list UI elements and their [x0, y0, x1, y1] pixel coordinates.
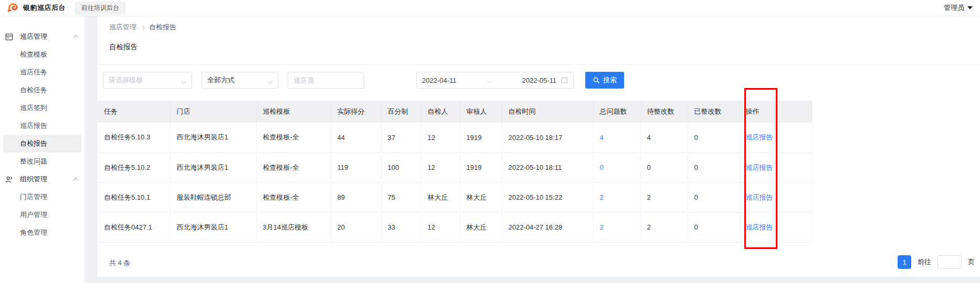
col-task: 任务	[98, 101, 170, 123]
sidebar-item-role-mgmt[interactable]: 角色管理	[0, 224, 85, 242]
cell-task: 自检任务5.10.1	[98, 182, 170, 212]
cell-time: 2022-05-10 15:22	[502, 182, 593, 212]
goto-label: 前往	[918, 257, 931, 267]
total-count: 共 4 条	[109, 258, 130, 268]
col-fixed: 已整改数	[688, 101, 739, 123]
date-range-picker[interactable]: 2022-04-11 → 2022-05-11	[416, 72, 574, 89]
cell-score: 119	[331, 153, 381, 182]
cell-checker: 12	[421, 153, 460, 182]
template-select[interactable]: 请选择模板	[103, 72, 192, 89]
cell-task: 自检任务0427.1	[98, 212, 170, 242]
sidebar-item-patrol-signin[interactable]: 巡店签到	[0, 99, 85, 117]
user-menu[interactable]: 管理员	[944, 3, 973, 13]
cell-fixed: 0	[688, 153, 739, 182]
sidebar-item-patrol-task[interactable]: 巡店任务	[0, 63, 85, 81]
cell-pending: 0	[640, 153, 688, 182]
page-unit-label: 页	[968, 257, 975, 267]
go-training-button[interactable]: 前往培训后台	[75, 2, 125, 15]
inspector-field-box	[288, 72, 364, 89]
mode-select-value: 全部方式	[207, 75, 235, 85]
app-screen: 银豹巡店后台 前往培训后台 管理员 巡店管理 检查模板 巡店任务 自检任务 巡店…	[0, 0, 980, 283]
cell-percent: 100	[381, 153, 421, 182]
patrol-report-link[interactable]: 巡店报告	[739, 182, 812, 212]
col-action: 操作	[739, 101, 812, 123]
table-row: 自检任务5.10.1 服装鞋帽连锁总部 检查模板-全 89 75 林大丘 林大丘…	[98, 182, 812, 212]
sidebar-item-patrol-report[interactable]: 巡店报告	[0, 117, 85, 135]
col-time: 自检时间	[502, 101, 593, 123]
cell-checker: 12	[421, 212, 460, 242]
issues-count-link[interactable]: 0	[593, 153, 640, 182]
table-row: 自检任务5.10.2 西北海沐男装店1 检查模板-全 119 100 12 19…	[98, 153, 812, 182]
cell-reviewer: 林大丘	[460, 212, 502, 242]
app-title: 银豹巡店后台	[23, 3, 66, 13]
cell-score: 44	[331, 123, 381, 153]
cell-pending: 4	[640, 123, 688, 153]
col-score: 实际得分	[331, 101, 381, 123]
sidebar-item-selfcheck-report[interactable]: 自检报告	[3, 135, 81, 153]
panel-icon	[5, 33, 13, 41]
template-select-placeholder: 请选择模板	[109, 75, 143, 85]
search-button[interactable]: 搜索	[585, 72, 624, 89]
chevron-right-icon	[141, 25, 145, 29]
cell-store: 西北海沐男装店1	[170, 212, 256, 242]
col-pending: 待整改数	[640, 101, 688, 123]
filter-bar: 请选择模板 全部方式 2022-04-11 → 2022-05-11	[98, 72, 980, 89]
col-store: 门店	[170, 101, 256, 123]
issues-count-link[interactable]: 2	[593, 212, 640, 242]
col-reviewer: 审核人	[460, 101, 502, 123]
user-name: 管理员	[944, 3, 964, 13]
chevron-down-icon	[267, 78, 272, 83]
report-table: 任务 门店 巡检模板 实际得分 百分制 自检人 审核人 自检时间 总问题数 待整…	[98, 101, 812, 243]
cell-task: 自检任务5.10.3	[98, 123, 170, 153]
date-start-value: 2022-04-11	[422, 77, 457, 84]
calendar-icon	[561, 77, 568, 84]
cell-score: 89	[331, 182, 381, 212]
cell-percent: 75	[381, 182, 421, 212]
cell-reviewer: 1919	[460, 153, 502, 182]
patrol-report-link[interactable]: 巡店报告	[739, 123, 812, 153]
issues-count-link[interactable]: 2	[593, 182, 640, 212]
sidebar-item-selfcheck-task[interactable]: 自检任务	[0, 81, 85, 99]
sidebar-section-patrol[interactable]: 巡店管理	[0, 28, 85, 46]
cell-store: 西北海沐男装店1	[170, 153, 256, 182]
goto-page-input[interactable]	[937, 255, 962, 269]
col-issues: 总问题数	[593, 101, 640, 123]
cell-checker: 12	[421, 123, 460, 153]
sidebar: 巡店管理 检查模板 巡店任务 自检任务 巡店签到 巡店报告 自检报告 整改问题 …	[0, 16, 85, 283]
date-range-arrow: →	[461, 77, 518, 84]
cell-template: 检查模板-全	[256, 123, 331, 153]
pagination: 1 前往 页	[898, 255, 975, 269]
page-1-button[interactable]: 1	[898, 255, 911, 269]
cell-checker: 林大丘	[421, 182, 460, 212]
sidebar-section-org[interactable]: 组织管理	[0, 170, 85, 188]
patrol-report-link[interactable]: 巡店报告	[739, 212, 812, 242]
cell-task: 自检任务5.10.2	[98, 153, 170, 182]
cell-store: 西北海沐男装店1	[170, 123, 256, 153]
sidebar-item-check-template[interactable]: 检查模板	[0, 46, 85, 63]
sidebar-item-user-mgmt[interactable]: 用户管理	[0, 206, 85, 224]
date-end-value: 2022-05-11	[522, 77, 556, 84]
cell-store: 服装鞋帽连锁总部	[170, 182, 256, 212]
app-logo-icon[interactable]	[7, 2, 19, 14]
mode-select[interactable]: 全部方式	[202, 72, 278, 89]
sidebar-item-rectify-issues[interactable]: 整改问题	[0, 153, 85, 170]
table-row: 自检任务0427.1 西北海沐男装店1 3月14巡店模板 20 33 12 林大…	[98, 212, 812, 242]
cell-reviewer: 1919	[460, 123, 502, 153]
patrol-report-link[interactable]: 巡店报告	[739, 153, 812, 182]
page-title: 自检报告	[109, 42, 138, 52]
cell-percent: 37	[381, 123, 421, 153]
breadcrumb-parent[interactable]: 巡店管理	[109, 23, 136, 32]
cell-pending: 2	[640, 212, 688, 242]
sidebar-item-store-mgmt[interactable]: 门店管理	[0, 188, 85, 206]
cell-percent: 33	[381, 212, 421, 242]
col-template: 巡检模板	[256, 101, 331, 123]
issues-count-link[interactable]: 4	[593, 123, 640, 153]
cell-template: 检查模板-全	[256, 182, 331, 212]
table-header-row: 任务 门店 巡检模板 实际得分 百分制 自检人 审核人 自检时间 总问题数 待整…	[98, 101, 812, 123]
inspector-input[interactable]	[293, 77, 359, 84]
cell-time: 2022-05-10 18:17	[502, 123, 593, 153]
team-icon	[5, 176, 13, 183]
main-area: 巡店管理 自检报告 自检报告 请选择模板 全部方式	[86, 16, 980, 283]
sidebar-section-label: 组织管理	[20, 175, 75, 184]
cell-template: 3月14巡店模板	[256, 212, 331, 242]
